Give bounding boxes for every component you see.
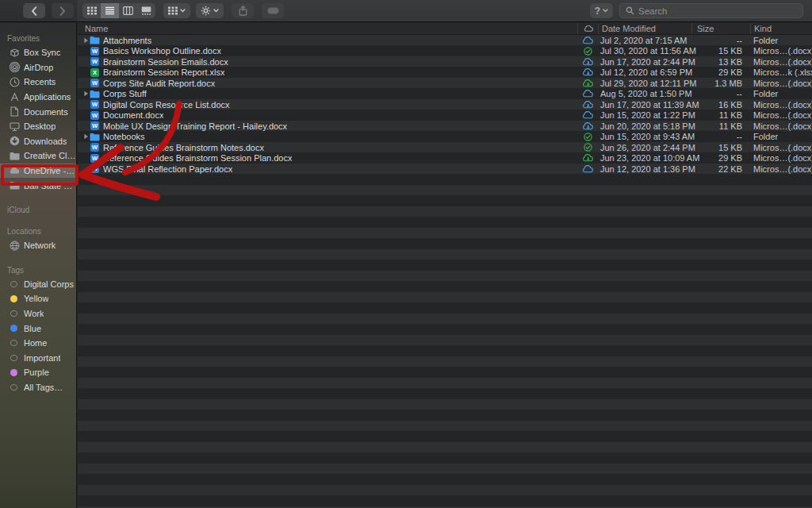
word-file-icon: W <box>90 153 100 163</box>
sidebar-item-ball-state-u[interactable]: Ball State U… <box>0 178 76 193</box>
sidebar-tag-all-tags[interactable]: All Tags… <box>0 380 76 395</box>
sidebar-item-airdrop[interactable]: AirDrop <box>0 60 76 75</box>
column-header-status[interactable] <box>577 23 598 34</box>
column-view-button[interactable] <box>119 3 137 18</box>
sidebar-item-creative-clo[interactable]: Creative Clo… <box>0 148 76 164</box>
file-list: Name Date Modified Size Kind Attachments… <box>78 23 812 508</box>
back-button[interactable] <box>23 3 45 18</box>
table-row[interactable]: WReference Guides Brainstorm Notes.docxJ… <box>78 142 812 153</box>
search-field[interactable]: Search <box>619 3 803 18</box>
document-icon <box>9 106 20 117</box>
icon-view-button[interactable] <box>82 3 101 18</box>
word-file-icon: W <box>90 46 100 56</box>
sync-status-cloud-person-green-icon <box>577 154 598 162</box>
file-kind: Micros…k (.xlsx) <box>750 67 812 77</box>
tag-label: Home <box>24 338 47 348</box>
folder-icon <box>9 180 20 191</box>
globe-icon <box>9 240 20 251</box>
file-size: 29 KB <box>691 67 750 77</box>
tag-button[interactable] <box>262 3 284 18</box>
file-name: Corps Stuff <box>103 89 147 98</box>
search-icon <box>626 6 634 15</box>
sidebar-tag-important[interactable]: Important <box>0 351 76 366</box>
file-size: 13 KB <box>691 57 750 67</box>
gallery-view-button[interactable] <box>137 3 155 18</box>
action-button[interactable] <box>196 3 224 18</box>
share-button[interactable] <box>232 3 254 18</box>
desktop-icon <box>9 121 20 132</box>
sidebar-section-locations-label: Locations <box>0 225 76 238</box>
file-kind: Folder <box>750 36 812 45</box>
table-row[interactable]: WCorps Site Audit Report.docxJul 29, 202… <box>78 78 812 89</box>
search-placeholder: Search <box>638 6 667 16</box>
column-header-name[interactable]: Name <box>78 23 577 34</box>
sidebar-item-label: Applications <box>24 92 71 102</box>
sidebar-item-applications[interactable]: Applications <box>0 90 76 105</box>
list-view-button[interactable] <box>101 3 119 18</box>
file-name: Corps Site Audit Report.docx <box>103 79 215 88</box>
word-file-icon: W <box>90 110 100 120</box>
sidebar-item-onedrive[interactable]: OneDrive -… <box>0 164 76 179</box>
table-row[interactable]: WMobile UX Design Training Report - Hail… <box>78 121 812 132</box>
sidebar-tag-home[interactable]: Home <box>0 336 76 351</box>
toolbar-nav-area <box>0 0 77 21</box>
file-date-modified: Jun 15, 2020 at 9:43 AM <box>598 132 691 141</box>
disclosure-triangle-icon[interactable] <box>82 90 90 97</box>
sidebar-tag-blue[interactable]: Blue <box>0 321 76 336</box>
column-header-date-modified[interactable]: Date Modified <box>598 23 691 34</box>
sidebar-item-desktop[interactable]: Desktop <box>0 119 76 134</box>
sidebar-item-recents[interactable]: Recents <box>0 75 76 90</box>
table-row[interactable]: XBrainstorm Session Report.xlsxJul 12, 2… <box>78 67 812 79</box>
disclosure-triangle-icon[interactable] <box>82 133 90 140</box>
word-file-icon: W <box>90 79 100 88</box>
sidebar-item-box-sync[interactable]: Box Sync <box>0 45 76 60</box>
file-name: Reference Guides Brainstorm Session Plan… <box>103 153 292 163</box>
table-row[interactable]: WWGS Final Reflection Paper.docxJun 12, … <box>78 164 812 175</box>
list-view-icon <box>105 6 115 15</box>
applications-icon <box>9 91 20 102</box>
sidebar-section-tags-label: Tags <box>0 264 76 277</box>
name-cell: Corps Stuff <box>78 89 577 98</box>
sidebar-item-network[interactable]: Network <box>0 238 76 253</box>
box-icon <box>9 47 20 58</box>
sync-status-check-icon <box>577 47 598 56</box>
file-name: Basics Workshop Outline.docx <box>103 46 221 56</box>
account-button[interactable]: ? <box>590 3 613 18</box>
airdrop-icon <box>9 62 20 73</box>
forward-icon <box>59 6 66 16</box>
group-button[interactable] <box>163 3 190 18</box>
file-kind: Micros…(.docx) <box>750 143 812 152</box>
sidebar-favorites-items: Box SyncAirDropRecentsApplicationsDocume… <box>0 45 76 193</box>
table-row[interactable]: AttachmentsJul 2, 2020 at 7:15 AM--Folde… <box>78 35 812 46</box>
tag-color-dot <box>10 384 17 391</box>
table-row[interactable]: WBrainstorm Session Emails.docxJun 17, 2… <box>78 56 812 67</box>
tag-color-dot <box>10 355 17 361</box>
sidebar-tag-work[interactable]: Work <box>0 306 76 321</box>
table-row[interactable]: WDigital Corps Resource List.docxJun 17,… <box>78 99 812 110</box>
table-row[interactable]: WReference Guides Brainstorm Session Pla… <box>78 153 812 164</box>
column-header-size[interactable]: Size <box>691 23 750 34</box>
sidebar-tag-digital-corps[interactable]: Digital Corps <box>0 277 76 292</box>
sidebar-tag-yellow[interactable]: Yellow <box>0 291 76 306</box>
sidebar-tag-purple[interactable]: Purple <box>0 365 76 380</box>
sidebar-item-documents[interactable]: Documents <box>0 104 76 119</box>
sync-status-cloud-person-icon <box>577 122 598 130</box>
folder-file-icon <box>90 89 100 98</box>
column-header-kind[interactable]: Kind <box>750 23 812 34</box>
column-view-icon <box>123 6 133 15</box>
table-row[interactable]: WBasics Workshop Outline.docxJul 30, 202… <box>78 46 812 57</box>
toolbar-main: ? Search <box>77 0 812 21</box>
file-size: -- <box>691 132 750 141</box>
share-icon <box>239 6 247 16</box>
table-row[interactable]: NotebooksJun 15, 2020 at 9:43 AM--Folder <box>78 132 812 143</box>
sync-status-cloud-person-icon <box>577 68 598 76</box>
file-kind: Micros…(.docx) <box>750 110 812 120</box>
file-name: Notebooks <box>103 132 145 141</box>
chevron-down-icon <box>180 9 186 13</box>
table-row[interactable]: Corps StuffAug 5, 2020 at 1:50 PM--Folde… <box>78 89 812 100</box>
table-row[interactable]: WDocument.docxJun 15, 2020 at 1:22 PM11 … <box>78 110 812 121</box>
tag-color-dot <box>10 281 17 287</box>
forward-button[interactable] <box>52 3 74 18</box>
sidebar-item-downloads[interactable]: Downloads <box>0 134 76 149</box>
disclosure-triangle-icon[interactable] <box>82 37 90 44</box>
